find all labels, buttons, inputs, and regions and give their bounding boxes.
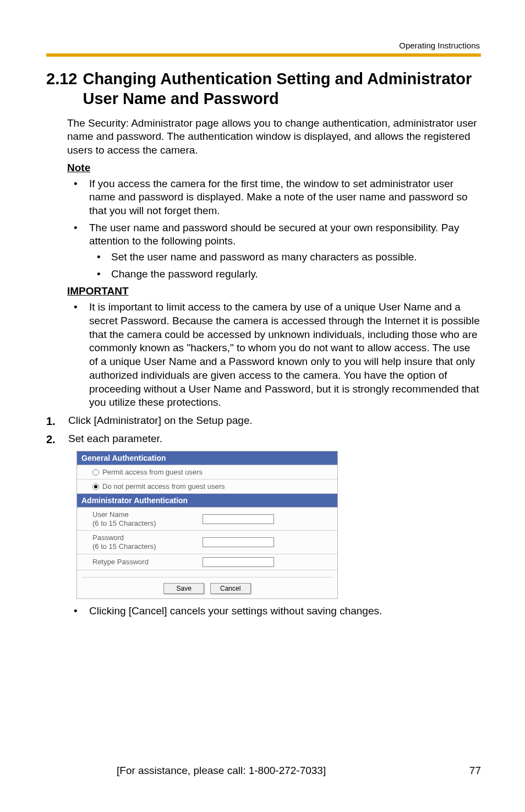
important-item: It is important to limit access to the c… bbox=[67, 301, 481, 410]
radio-deny-row[interactable]: Do not permit access from guest users bbox=[77, 479, 337, 494]
steps-list: 1. Click [Administrator] on the Setup pa… bbox=[46, 414, 481, 445]
admin-auth-header: Administrator Authentication bbox=[77, 494, 337, 508]
step-text: Set each parameter. bbox=[68, 433, 162, 444]
after-form-list: Clicking [Cancel] cancels your settings … bbox=[67, 604, 481, 618]
radio-deny-label: Do not permit access from guest users bbox=[102, 482, 225, 491]
radio-permit-label: Permit access from guest users bbox=[102, 468, 203, 476]
username-input[interactable] bbox=[203, 514, 274, 524]
cancel-button[interactable]: Cancel bbox=[210, 583, 251, 594]
note-list: If you access the camera for the first t… bbox=[67, 177, 481, 281]
step-number: 2. bbox=[46, 432, 56, 446]
radio-deny[interactable] bbox=[92, 483, 99, 490]
username-label: User Name (6 to 15 Characters) bbox=[92, 510, 203, 527]
after-form-bullet: Clicking [Cancel] cancels your settings … bbox=[67, 604, 481, 618]
retype-label: Retype Password bbox=[92, 558, 203, 566]
note-subitem: Change the password regularly. bbox=[89, 268, 481, 281]
header-label: Operating Instructions bbox=[46, 41, 481, 50]
step-text: Click [Administrator] on the Setup page. bbox=[68, 415, 253, 426]
password-label: Password (6 to 15 Characters) bbox=[92, 533, 203, 551]
password-row: Password (6 to 15 Characters) bbox=[77, 531, 337, 554]
step-item: 1. Click [Administrator] on the Setup pa… bbox=[46, 414, 481, 428]
intro-paragraph: The Security: Administrator page allows … bbox=[67, 117, 481, 157]
note-item: The user name and password should be sec… bbox=[67, 221, 481, 281]
note-item: If you access the camera for the first t… bbox=[67, 177, 481, 218]
radio-permit[interactable] bbox=[92, 469, 99, 476]
section-number: 2.12 bbox=[46, 69, 83, 109]
radio-permit-row[interactable]: Permit access from guest users bbox=[77, 465, 337, 479]
step-number: 1. bbox=[46, 414, 56, 428]
note-item-text: The user name and password should be sec… bbox=[89, 222, 459, 247]
note-heading: Note bbox=[67, 162, 481, 174]
section-title: 2.12 Changing Authentication Setting and… bbox=[46, 69, 481, 109]
save-button[interactable]: Save bbox=[163, 583, 204, 594]
retype-input[interactable] bbox=[203, 557, 274, 567]
important-heading: IMPORTANT bbox=[67, 285, 481, 297]
step-item: 2. Set each parameter. bbox=[46, 432, 481, 446]
page-footer: [For assistance, please call: 1-800-272-… bbox=[0, 765, 525, 777]
general-auth-header: General Authentication bbox=[77, 451, 337, 465]
retype-row: Retype Password bbox=[77, 554, 337, 570]
header-rule bbox=[46, 53, 481, 57]
note-sublist: Set the user name and password as many c… bbox=[89, 250, 481, 281]
important-list: It is important to limit access to the c… bbox=[67, 301, 481, 410]
password-input[interactable] bbox=[203, 537, 274, 547]
form-separator bbox=[81, 577, 333, 577]
note-subitem: Set the user name and password as many c… bbox=[89, 250, 481, 264]
page-number: 77 bbox=[469, 765, 481, 777]
username-row: User Name (6 to 15 Characters) bbox=[77, 508, 337, 531]
assist-text: [For assistance, please call: 1-800-272-… bbox=[117, 765, 326, 777]
section-title-text: Changing Authentication Setting and Admi… bbox=[83, 69, 481, 109]
settings-form: General Authentication Permit access fro… bbox=[76, 451, 338, 598]
